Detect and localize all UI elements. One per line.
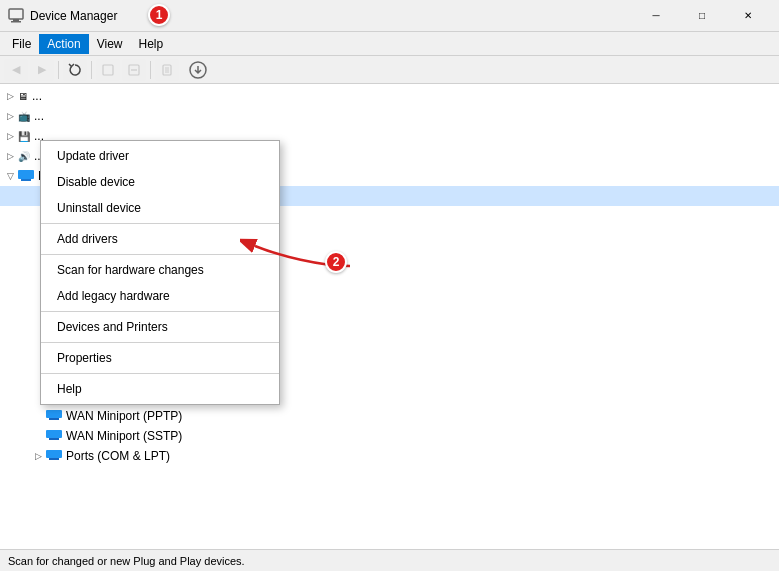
tree-item-13[interactable]: ▷ Ports (COM & LPT) bbox=[0, 446, 779, 466]
dropdown-sep-4 bbox=[41, 342, 279, 343]
svg-rect-40 bbox=[49, 458, 59, 460]
tree-label-12: WAN Miniport (SSTP) bbox=[66, 429, 182, 443]
properties-button[interactable] bbox=[155, 59, 179, 81]
expand-icon-2[interactable]: ▷ bbox=[4, 110, 16, 122]
tree-expand-11 bbox=[32, 410, 44, 422]
menu-bar: File Action View Help bbox=[0, 32, 779, 56]
expand-icon-1[interactable]: ▷ bbox=[4, 90, 16, 102]
tree-label-11: WAN Miniport (PPTP) bbox=[66, 409, 182, 423]
main-content: ▷ 🖥 ... ▷ 📺 ... ▷ 💾 ... ▷ 🔊 ... ▽ bbox=[0, 84, 779, 549]
forward-button[interactable]: ▶ bbox=[30, 59, 54, 81]
expand-icon-3[interactable]: ▷ bbox=[4, 130, 16, 142]
toolbar-sep-1 bbox=[58, 61, 59, 79]
menu-properties[interactable]: Properties bbox=[41, 345, 279, 371]
tree-expand-12 bbox=[32, 430, 44, 442]
tree-node-icon-4: 🔊 bbox=[18, 151, 30, 162]
step-1-badge: 1 bbox=[148, 4, 170, 26]
tree-node-icon-1: 🖥 bbox=[18, 91, 28, 102]
menu-view[interactable]: View bbox=[89, 34, 131, 54]
tree-label-1: ... bbox=[32, 89, 42, 103]
tree-item-expand-1[interactable]: ▷ 🖥 ... bbox=[0, 86, 779, 106]
toolbar-sep-3 bbox=[150, 61, 151, 79]
menu-add-legacy[interactable]: Add legacy hardware bbox=[41, 283, 279, 309]
title-bar-text: Device Manager bbox=[30, 9, 633, 23]
svg-rect-38 bbox=[49, 438, 59, 440]
title-bar: 1 Device Manager ─ □ ✕ bbox=[0, 0, 779, 32]
dropdown-sep-3 bbox=[41, 311, 279, 312]
svg-rect-1 bbox=[13, 19, 19, 21]
dropdown-sep-1 bbox=[41, 223, 279, 224]
dropdown-sep-5 bbox=[41, 373, 279, 374]
expand-icon-4[interactable]: ▷ bbox=[4, 150, 16, 162]
menu-action[interactable]: Action bbox=[39, 34, 88, 54]
svg-rect-12 bbox=[21, 179, 31, 181]
menu-scan-hardware[interactable]: Scan for hardware changes bbox=[41, 257, 279, 283]
tree-item-12[interactable]: WAN Miniport (SSTP) bbox=[0, 426, 779, 446]
tree-icon-13 bbox=[46, 449, 62, 464]
maximize-button[interactable]: □ bbox=[679, 0, 725, 32]
collapse-button[interactable] bbox=[122, 59, 146, 81]
tree-node-icon-3: 💾 bbox=[18, 131, 30, 142]
tree-item-expand-2[interactable]: ▷ 📺 ... bbox=[0, 106, 779, 126]
menu-devices-printers[interactable]: Devices and Printers bbox=[41, 314, 279, 340]
menu-help[interactable]: Help bbox=[41, 376, 279, 402]
action-dropdown: Update driver Disable device Uninstall d… bbox=[40, 140, 280, 405]
minimize-button[interactable]: ─ bbox=[633, 0, 679, 32]
download-icon-area bbox=[189, 61, 207, 79]
dropdown-sep-2 bbox=[41, 254, 279, 255]
status-text: Scan for changed or new Plug and Play de… bbox=[8, 555, 245, 567]
app-icon bbox=[8, 8, 24, 24]
tree-icon-12 bbox=[46, 429, 62, 444]
svg-rect-35 bbox=[46, 410, 62, 418]
tree-item-11[interactable]: WAN Miniport (PPTP) bbox=[0, 406, 779, 426]
tree-expand-13[interactable]: ▷ bbox=[32, 450, 44, 462]
svg-rect-2 bbox=[11, 21, 21, 23]
svg-rect-0 bbox=[9, 9, 23, 19]
tree-label-2: ... bbox=[34, 109, 44, 123]
expand-button[interactable] bbox=[96, 59, 120, 81]
menu-uninstall-device[interactable]: Uninstall device bbox=[41, 195, 279, 221]
toolbar-sep-2 bbox=[91, 61, 92, 79]
menu-file[interactable]: File bbox=[4, 34, 39, 54]
svg-rect-36 bbox=[49, 418, 59, 420]
menu-disable-device[interactable]: Disable device bbox=[41, 169, 279, 195]
status-bar: Scan for changed or new Plug and Play de… bbox=[0, 549, 779, 571]
network-adapters-icon bbox=[18, 168, 34, 185]
toolbar: ◀ ▶ bbox=[0, 56, 779, 84]
svg-rect-37 bbox=[46, 430, 62, 438]
title-bar-controls: ─ □ ✕ bbox=[633, 0, 771, 32]
refresh-button[interactable] bbox=[63, 59, 87, 81]
svg-rect-3 bbox=[103, 65, 113, 75]
close-button[interactable]: ✕ bbox=[725, 0, 771, 32]
menu-add-drivers[interactable]: Add drivers bbox=[41, 226, 279, 252]
tree-node-icon-2: 📺 bbox=[18, 111, 30, 122]
svg-rect-11 bbox=[18, 170, 34, 179]
expand-icon-network[interactable]: ▽ bbox=[4, 170, 16, 182]
tree-label-13: Ports (COM & LPT) bbox=[66, 449, 170, 463]
back-button[interactable]: ◀ bbox=[4, 59, 28, 81]
menu-update-driver[interactable]: Update driver bbox=[41, 143, 279, 169]
menu-help[interactable]: Help bbox=[131, 34, 172, 54]
tree-icon-11 bbox=[46, 409, 62, 424]
svg-rect-39 bbox=[46, 450, 62, 458]
